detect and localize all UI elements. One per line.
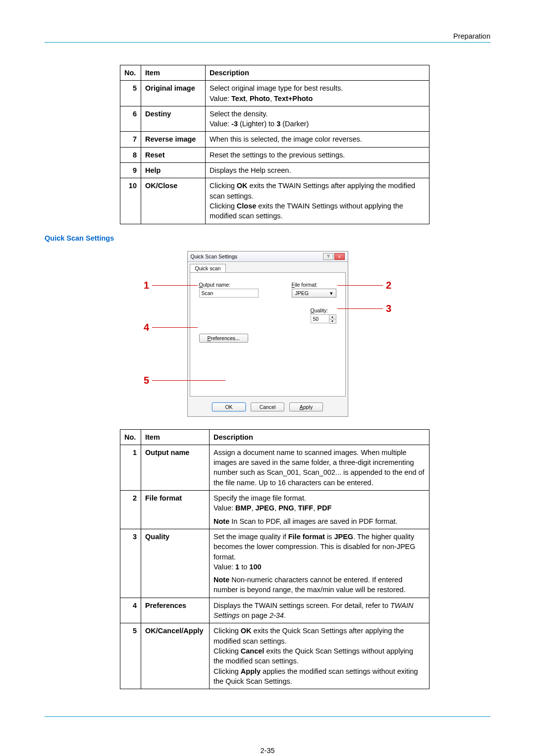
close-button[interactable]: x [334, 253, 345, 260]
breadcrumb-section: Preparation [45, 32, 490, 40]
table-row: 6 Destiny Select the density. Value: -3 … [120, 106, 429, 132]
tab-quick-scan[interactable]: Quick scan [190, 264, 226, 272]
help-button[interactable]: ? [323, 253, 333, 260]
dialog-title-text: Quick Scan Settings [191, 253, 238, 259]
col-header-no: No. [120, 65, 141, 81]
col-header-desc: Description [206, 65, 429, 81]
quality-label: Quality: [311, 307, 336, 313]
table-row: 5 OK/Cancel/Apply Clicking OK exits the … [120, 623, 429, 689]
ok-button[interactable]: OK [212, 403, 246, 411]
quick-scan-dialog: Quick Scan Settings ? x Quick scan OOutp… [187, 251, 348, 417]
col-header-item: Item [141, 65, 206, 81]
callout-4: 4 [144, 322, 198, 333]
table-row: 8 Reset Reset the settings to the previo… [120, 147, 429, 162]
output-name-input[interactable] [199, 289, 259, 298]
cancel-button[interactable]: Cancel [251, 403, 284, 411]
quick-scan-heading: Quick Scan Settings [45, 234, 490, 242]
callout-3: 3 [337, 303, 391, 314]
callout-2: 2 [337, 280, 391, 291]
file-format-label: File format: [292, 282, 336, 288]
callout-1: 1 [144, 280, 198, 291]
table-row: 7 Reverse image When this is selected, t… [120, 132, 429, 147]
apply-button[interactable]: Apply [289, 403, 323, 411]
page-number: 2-35 [45, 747, 490, 755]
table-row: 5 Original image Select original image t… [120, 81, 429, 106]
quick-scan-diagram: 1 2 3 4 5 Quick Scan Settings ? x Quick … [149, 251, 386, 417]
chevron-down-icon: ▾ [330, 290, 333, 296]
footer-divider [45, 716, 490, 717]
quality-stepper[interactable]: ▲ ▼ [311, 314, 336, 324]
table-row: 4 Preferences Displays the TWAIN setting… [120, 598, 429, 623]
table-row: 10 OK/Close Clicking OK exits the TWAIN … [120, 178, 429, 224]
col-header-item: Item [141, 429, 210, 445]
header-divider [45, 42, 490, 43]
col-header-no: No. [120, 429, 141, 445]
step-down-icon[interactable]: ▼ [329, 319, 336, 323]
table-row: 2 File format Specify the image file for… [120, 491, 429, 529]
quick-scan-table: No. Item Description 1 Output name Assig… [120, 429, 429, 690]
table-row: 3 Quality Set the image quality if File … [120, 529, 429, 598]
table-row: 9 Help Displays the Help screen. [120, 163, 429, 178]
file-format-select[interactable]: JPEG ▾ [292, 289, 336, 298]
callout-5: 5 [144, 375, 225, 386]
twain-settings-table: No. Item Description 5 Original image Se… [120, 65, 429, 224]
table-row: 1 Output name Assign a document name to … [120, 445, 429, 490]
quality-input[interactable] [311, 314, 329, 323]
step-up-icon[interactable]: ▲ [329, 315, 336, 319]
output-name-label: OOutput name:utput name: [199, 282, 259, 288]
col-header-desc: Description [210, 429, 429, 445]
preferences-button[interactable]: Preferences... [199, 334, 248, 343]
